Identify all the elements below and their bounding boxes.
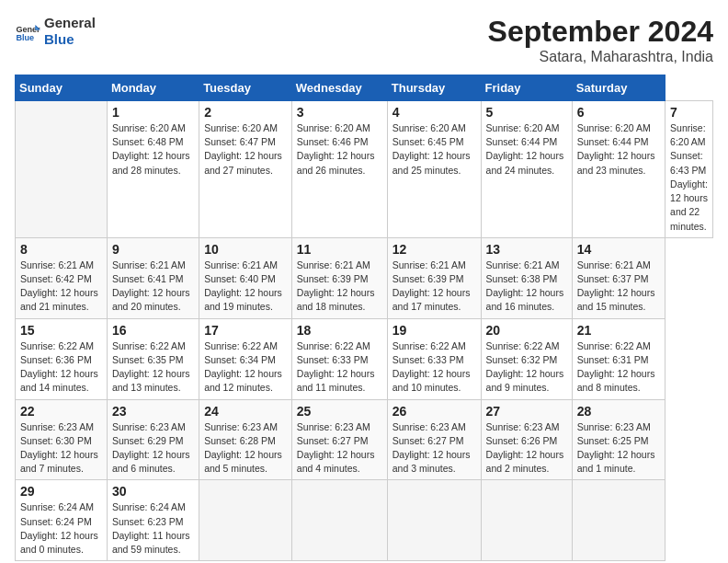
day-detail: Sunrise: 6:23 AMSunset: 6:26 PMDaylight:… [486, 420, 567, 477]
day-cell: 6Sunrise: 6:20 AMSunset: 6:44 PMDaylight… [572, 101, 665, 238]
day-detail: Sunrise: 6:21 AMSunset: 6:42 PMDaylight:… [20, 259, 102, 315]
header-day-tuesday: Tuesday [199, 75, 292, 101]
day-number: 25 [297, 404, 382, 419]
day-detail: Sunrise: 6:21 AMSunset: 6:41 PMDaylight:… [112, 259, 194, 315]
day-cell: 24Sunrise: 6:23 AMSunset: 6:28 PMDayligh… [199, 399, 292, 480]
week-row-2: 15Sunrise: 6:22 AMSunset: 6:36 PMDayligh… [16, 318, 713, 399]
day-number: 29 [20, 484, 102, 499]
day-cell: 22Sunrise: 6:23 AMSunset: 6:30 PMDayligh… [16, 399, 108, 480]
day-detail: Sunrise: 6:20 AMSunset: 6:44 PMDaylight:… [577, 121, 660, 178]
day-detail: Sunrise: 6:21 AMSunset: 6:39 PMDaylight:… [392, 259, 476, 315]
day-number: 9 [112, 242, 194, 257]
day-cell: 23Sunrise: 6:23 AMSunset: 6:29 PMDayligh… [107, 399, 199, 480]
header-day-monday: Monday [107, 75, 199, 101]
day-number: 19 [392, 323, 476, 338]
day-cell: 16Sunrise: 6:22 AMSunset: 6:35 PMDayligh… [107, 318, 199, 399]
day-cell [199, 480, 292, 561]
day-number: 13 [486, 242, 567, 257]
day-detail: Sunrise: 6:21 AMSunset: 6:40 PMDaylight:… [204, 259, 287, 315]
day-detail: Sunrise: 6:21 AMSunset: 6:39 PMDaylight:… [297, 259, 382, 315]
day-cell: 4Sunrise: 6:20 AMSunset: 6:45 PMDaylight… [387, 101, 481, 238]
day-cell: 11Sunrise: 6:21 AMSunset: 6:39 PMDayligh… [291, 237, 387, 318]
day-detail: Sunrise: 6:21 AMSunset: 6:37 PMDaylight:… [577, 259, 660, 315]
day-cell: 27Sunrise: 6:23 AMSunset: 6:26 PMDayligh… [481, 399, 572, 480]
day-cell: 25Sunrise: 6:23 AMSunset: 6:27 PMDayligh… [291, 399, 387, 480]
day-cell: 28Sunrise: 6:23 AMSunset: 6:25 PMDayligh… [572, 399, 665, 480]
day-number: 18 [297, 323, 382, 338]
day-detail: Sunrise: 6:20 AMSunset: 6:46 PMDaylight:… [297, 121, 382, 178]
day-detail: Sunrise: 6:22 AMSunset: 6:36 PMDaylight:… [20, 339, 102, 396]
week-row-0: 1Sunrise: 6:20 AMSunset: 6:48 PMDaylight… [16, 101, 713, 238]
header-row: SundayMondayTuesdayWednesdayThursdayFrid… [16, 75, 713, 101]
day-cell: 15Sunrise: 6:22 AMSunset: 6:36 PMDayligh… [16, 318, 108, 399]
day-number: 17 [204, 323, 287, 338]
day-number: 26 [392, 404, 476, 419]
week-row-3: 22Sunrise: 6:23 AMSunset: 6:30 PMDayligh… [16, 399, 713, 480]
calendar-title: September 2024 [488, 15, 713, 49]
header-day-saturday: Saturday [572, 75, 665, 101]
day-cell: 13Sunrise: 6:21 AMSunset: 6:38 PMDayligh… [481, 237, 572, 318]
day-cell: 12Sunrise: 6:21 AMSunset: 6:39 PMDayligh… [387, 237, 481, 318]
day-number: 28 [577, 404, 660, 419]
day-detail: Sunrise: 6:23 AMSunset: 6:28 PMDaylight:… [204, 420, 287, 477]
day-cell: 1Sunrise: 6:20 AMSunset: 6:48 PMDaylight… [107, 101, 199, 238]
day-number: 6 [577, 105, 660, 120]
day-number: 24 [204, 404, 287, 419]
day-cell [572, 480, 665, 561]
day-detail: Sunrise: 6:24 AMSunset: 6:24 PMDaylight:… [20, 500, 102, 557]
title-area: September 2024 Satara, Maharashtra, Indi… [488, 15, 713, 65]
day-detail: Sunrise: 6:22 AMSunset: 6:35 PMDaylight:… [112, 339, 194, 396]
day-number: 5 [486, 105, 567, 120]
logo-icon: General Blue [15, 18, 40, 44]
day-number: 1 [112, 105, 194, 120]
day-cell: 17Sunrise: 6:22 AMSunset: 6:34 PMDayligh… [199, 318, 292, 399]
day-detail: Sunrise: 6:22 AMSunset: 6:33 PMDaylight:… [297, 339, 382, 396]
calendar-subtitle: Satara, Maharashtra, India [488, 49, 713, 65]
day-number: 12 [392, 242, 476, 257]
logo-general: General [44, 15, 96, 31]
day-number: 8 [20, 242, 102, 257]
day-number: 20 [486, 323, 567, 338]
day-cell: 18Sunrise: 6:22 AMSunset: 6:33 PMDayligh… [291, 318, 387, 399]
day-cell [16, 101, 108, 238]
day-cell: 8Sunrise: 6:21 AMSunset: 6:42 PMDaylight… [16, 237, 108, 318]
day-detail: Sunrise: 6:22 AMSunset: 6:31 PMDaylight:… [577, 339, 660, 396]
day-cell: 7Sunrise: 6:20 AMSunset: 6:43 PMDaylight… [665, 101, 713, 238]
day-number: 14 [577, 242, 660, 257]
svg-text:Blue: Blue [16, 33, 34, 42]
day-cell: 21Sunrise: 6:22 AMSunset: 6:31 PMDayligh… [572, 318, 665, 399]
day-cell: 2Sunrise: 6:20 AMSunset: 6:47 PMDaylight… [199, 101, 292, 238]
day-cell: 29Sunrise: 6:24 AMSunset: 6:24 PMDayligh… [16, 480, 108, 561]
calendar-table: SundayMondayTuesdayWednesdayThursdayFrid… [15, 75, 713, 561]
day-detail: Sunrise: 6:21 AMSunset: 6:38 PMDaylight:… [486, 259, 567, 315]
day-detail: Sunrise: 6:22 AMSunset: 6:32 PMDaylight:… [486, 339, 567, 396]
header-day-thursday: Thursday [387, 75, 481, 101]
day-number: 27 [486, 404, 567, 419]
day-detail: Sunrise: 6:22 AMSunset: 6:33 PMDaylight:… [392, 339, 476, 396]
day-cell: 10Sunrise: 6:21 AMSunset: 6:40 PMDayligh… [199, 237, 292, 318]
header-day-sunday: Sunday [16, 75, 108, 101]
header: General Blue General Blue September 2024… [15, 15, 713, 65]
day-cell: 19Sunrise: 6:22 AMSunset: 6:33 PMDayligh… [387, 318, 481, 399]
day-number: 30 [112, 484, 194, 499]
day-cell: 14Sunrise: 6:21 AMSunset: 6:37 PMDayligh… [572, 237, 665, 318]
day-cell: 20Sunrise: 6:22 AMSunset: 6:32 PMDayligh… [481, 318, 572, 399]
day-cell [481, 480, 572, 561]
week-row-4: 29Sunrise: 6:24 AMSunset: 6:24 PMDayligh… [16, 480, 713, 561]
day-number: 15 [20, 323, 102, 338]
day-number: 2 [204, 105, 287, 120]
day-detail: Sunrise: 6:20 AMSunset: 6:43 PMDaylight:… [670, 121, 708, 234]
day-number: 21 [577, 323, 660, 338]
day-number: 7 [670, 105, 708, 120]
day-detail: Sunrise: 6:22 AMSunset: 6:34 PMDaylight:… [204, 339, 287, 396]
day-detail: Sunrise: 6:23 AMSunset: 6:27 PMDaylight:… [392, 420, 476, 477]
day-cell: 30Sunrise: 6:24 AMSunset: 6:23 PMDayligh… [107, 480, 199, 561]
day-detail: Sunrise: 6:20 AMSunset: 6:45 PMDaylight:… [392, 121, 476, 178]
day-detail: Sunrise: 6:23 AMSunset: 6:30 PMDaylight:… [20, 420, 102, 477]
day-detail: Sunrise: 6:23 AMSunset: 6:27 PMDaylight:… [297, 420, 382, 477]
day-number: 3 [297, 105, 382, 120]
week-row-1: 8Sunrise: 6:21 AMSunset: 6:42 PMDaylight… [16, 237, 713, 318]
logo-blue: Blue [44, 31, 96, 48]
day-number: 11 [297, 242, 382, 257]
day-detail: Sunrise: 6:24 AMSunset: 6:23 PMDaylight:… [112, 500, 194, 557]
